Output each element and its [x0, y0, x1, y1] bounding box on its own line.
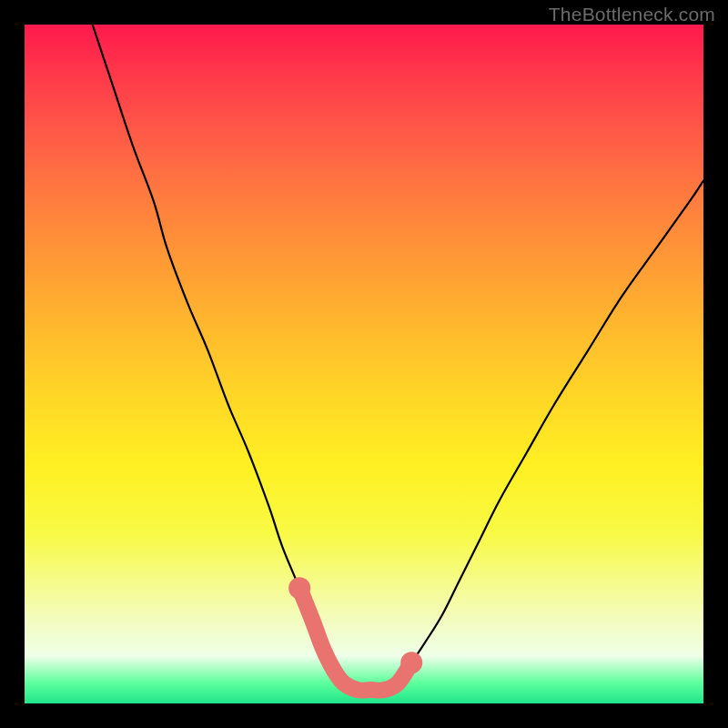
highlight-line [299, 588, 411, 690]
highlight-dot-left [288, 577, 310, 599]
curve-line [93, 25, 703, 691]
watermark-text: TheBottleneck.com [549, 4, 715, 25]
chart-canvas [25, 25, 703, 703]
bottleneck-curve [93, 25, 703, 691]
bottleneck-minimum-highlight [288, 577, 422, 690]
chart-svg [25, 25, 703, 703]
highlight-dot-right [400, 652, 422, 673]
